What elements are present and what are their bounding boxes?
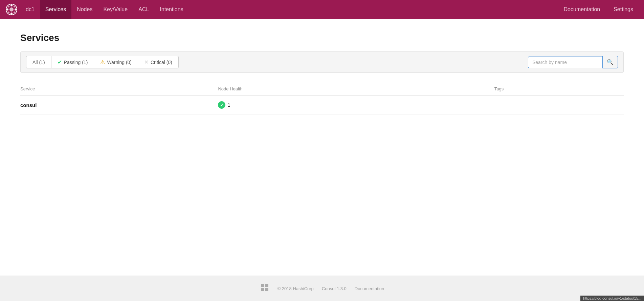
- main-content: Services All (1) ✔ Passing (1) ⚠ Warning…: [0, 19, 644, 276]
- filter-passing-button[interactable]: ✔ Passing (1): [51, 56, 94, 68]
- search-icon: 🔍: [607, 59, 614, 65]
- search-button[interactable]: 🔍: [602, 56, 618, 68]
- nav-dc[interactable]: dc1: [20, 0, 40, 19]
- filter-critical-button[interactable]: ✕ Critical (0): [138, 56, 179, 68]
- svg-point-7: [14, 6, 15, 7]
- nav-documentation[interactable]: Documentation: [558, 0, 606, 19]
- nav-settings[interactable]: Settings: [608, 0, 639, 19]
- nav-links: dc1 Services Nodes Key/Value ACL Intenti…: [20, 0, 558, 19]
- nav-right: Documentation Settings: [558, 0, 639, 19]
- nav-link-intentions[interactable]: Intentions: [154, 0, 188, 19]
- table-row[interactable]: consul ✓ 1: [20, 96, 624, 114]
- col-service: Service: [20, 84, 218, 96]
- search-input[interactable]: [528, 57, 602, 68]
- health-count: 1: [227, 102, 230, 108]
- hashicorp-logo: [260, 283, 269, 294]
- page-title: Services: [20, 33, 624, 43]
- nav-link-nodes[interactable]: Nodes: [71, 0, 98, 19]
- svg-rect-10: [261, 284, 264, 287]
- health-check-icon: ✓: [218, 101, 225, 109]
- passing-icon: ✔: [58, 59, 62, 65]
- critical-icon: ✕: [144, 59, 149, 65]
- main-nav: dc1 Services Nodes Key/Value ACL Intenti…: [0, 0, 644, 19]
- col-tags: Tags: [494, 84, 624, 96]
- svg-rect-13: [265, 288, 268, 291]
- svg-point-5: [15, 8, 17, 10]
- svg-point-8: [8, 12, 9, 13]
- table-body: consul ✓ 1: [20, 96, 624, 114]
- filter-buttons: All (1) ✔ Passing (1) ⚠ Warning (0) ✕ Cr…: [26, 56, 179, 68]
- svg-rect-12: [261, 288, 264, 291]
- warning-icon: ⚠: [100, 59, 105, 65]
- svg-point-6: [8, 6, 9, 7]
- svg-point-1: [9, 7, 14, 12]
- health-status: ✓ 1: [218, 101, 490, 109]
- nav-link-acl[interactable]: ACL: [133, 0, 154, 19]
- service-name: consul: [20, 102, 37, 108]
- footer-copyright: © 2018 HashiCorp: [277, 286, 314, 291]
- search-area: 🔍: [528, 56, 618, 68]
- svg-rect-11: [265, 284, 268, 287]
- svg-point-2: [10, 4, 13, 6]
- col-node-health: Node Health: [218, 84, 494, 96]
- filter-bar: All (1) ✔ Passing (1) ⚠ Warning (0) ✕ Cr…: [20, 51, 624, 73]
- url-bar: https://blog.consul.io/v1/status/15...: [580, 296, 644, 301]
- footer-version: Consul 1.3.0: [322, 286, 347, 291]
- service-tags: [494, 96, 624, 114]
- svg-point-9: [14, 12, 15, 13]
- table-header: Service Node Health Tags: [20, 84, 624, 96]
- filter-all-button[interactable]: All (1): [26, 56, 51, 68]
- footer: © 2018 HashiCorp Consul 1.3.0 Documentat…: [0, 276, 644, 301]
- svg-point-4: [6, 8, 8, 10]
- nav-link-key-value[interactable]: Key/Value: [98, 0, 133, 19]
- svg-point-3: [10, 13, 13, 15]
- filter-warning-button[interactable]: ⚠ Warning (0): [94, 56, 138, 68]
- footer-doc-link[interactable]: Documentation: [355, 286, 384, 291]
- app-logo[interactable]: [5, 3, 18, 16]
- services-table: Service Node Health Tags consul ✓ 1: [20, 84, 624, 114]
- nav-link-services[interactable]: Services: [40, 0, 71, 19]
